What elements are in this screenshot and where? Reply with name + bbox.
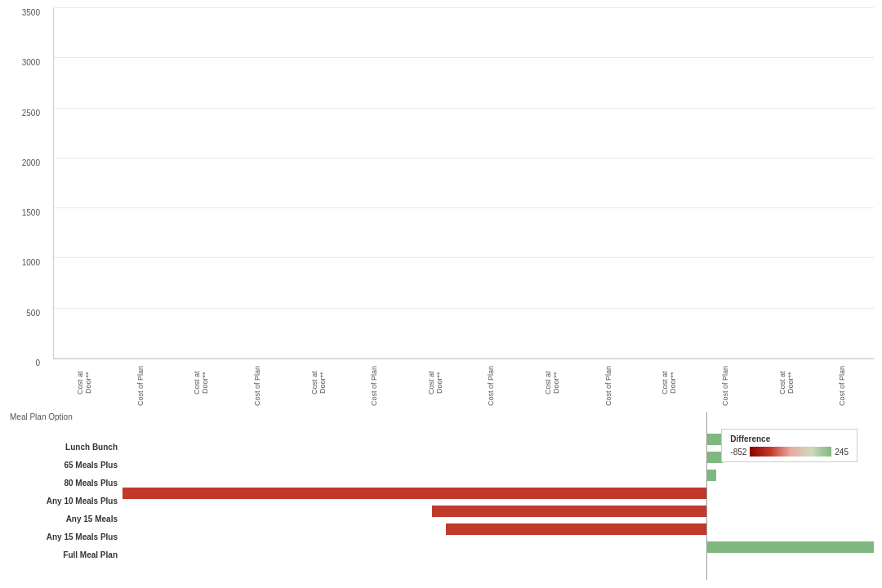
bar-chart-area: 3500300025002000150010005000 Cost at Doo… [8, 8, 874, 408]
x-label: Cost of Plan [230, 359, 285, 408]
x-label-group: Cost at Door**Cost of Plan [292, 359, 402, 408]
y-tick: 500 [26, 309, 40, 318]
y-tick: 0 [35, 359, 40, 368]
x-label: Cost at Door** [57, 359, 112, 408]
legend-max: 245 [835, 448, 849, 457]
legend-title: Difference [730, 434, 849, 443]
x-label-group: Cost at Door**Cost of Plan [57, 359, 167, 408]
div-chart-row [122, 538, 874, 556]
legend-min: -852 [730, 448, 746, 457]
y-tick: 3500 [22, 8, 40, 17]
bars-area [53, 8, 874, 359]
x-label: Cost at Door** [642, 359, 697, 408]
div-spacer-row [122, 412, 874, 430]
x-label: Cost at Door** [292, 359, 346, 408]
x-label: Cost of Plan [347, 359, 402, 408]
div-chart-row [122, 502, 874, 520]
y-tick: 1000 [22, 258, 40, 267]
x-label: Cost of Plan [114, 359, 168, 408]
div-bar [432, 506, 706, 517]
x-label-group: Cost at Door**Cost of Plan [525, 359, 635, 408]
div-bar [706, 470, 717, 481]
legend-area: Difference -852 245 [721, 429, 858, 462]
bar-groups [54, 8, 874, 359]
y-tick: 2500 [22, 109, 40, 118]
div-row-label: 80 Meals Plus [8, 474, 122, 492]
x-label: Cost at Door** [408, 359, 463, 408]
x-label: Cost of Plan [581, 359, 636, 408]
x-label: Cost of Plan [698, 359, 753, 408]
legend-gradient: -852 245 [730, 447, 849, 457]
x-label: Cost at Door** [174, 359, 229, 408]
div-row-labels: Lunch Bunch65 Meals Plus80 Meals PlusAny… [8, 423, 122, 564]
x-label: Cost at Door** [525, 359, 580, 408]
gradient-bar [750, 447, 831, 457]
div-chart-title: Meal Plan Option [8, 412, 122, 421]
bar-chart-inner: Cost at Door**Cost of PlanCost at Door**… [53, 8, 874, 408]
main-container: 3500300025002000150010005000 Cost at Doo… [0, 0, 882, 588]
div-bar [122, 488, 706, 499]
div-spacer-label [8, 423, 122, 438]
y-axis: 3500300025002000150010005000 [8, 8, 45, 408]
div-row-label: Full Meal Plan [8, 546, 122, 564]
x-labels: Cost at Door**Cost of PlanCost at Door**… [53, 359, 874, 408]
center-line [706, 412, 707, 580]
div-chart-row [122, 466, 874, 484]
x-label-group: Cost at Door**Cost of Plan [174, 359, 284, 408]
div-row-label: Any 15 Meals [8, 510, 122, 528]
div-chart-row [122, 520, 874, 538]
x-label-group: Cost at Door**Cost of Plan [760, 359, 870, 408]
div-row-label: Any 10 Meals Plus [8, 492, 122, 510]
y-tick: 3000 [22, 58, 40, 67]
div-row-label: Lunch Bunch [8, 438, 122, 456]
div-bar [446, 523, 706, 535]
diverging-chart-area: Meal Plan Option Lunch Bunch65 Meals Plu… [8, 412, 874, 580]
x-label-group: Cost at Door**Cost of Plan [642, 359, 752, 408]
x-label: Cost of Plan [464, 359, 519, 408]
div-labels-col: Meal Plan Option Lunch Bunch65 Meals Plu… [8, 412, 122, 580]
y-tick: 2000 [22, 158, 40, 167]
div-row-label: Any 15 Meals Plus [8, 528, 122, 546]
x-label: Cost of Plan [815, 359, 870, 408]
y-tick: 1500 [22, 208, 40, 217]
div-chart-row [122, 484, 874, 502]
div-row-label: 65 Meals Plus [8, 456, 122, 474]
y-axis-wrapper: 3500300025002000150010005000 [8, 8, 53, 408]
div-bar [706, 541, 874, 553]
x-label-group: Cost at Door**Cost of Plan [408, 359, 519, 408]
x-label: Cost at Door** [760, 359, 814, 408]
